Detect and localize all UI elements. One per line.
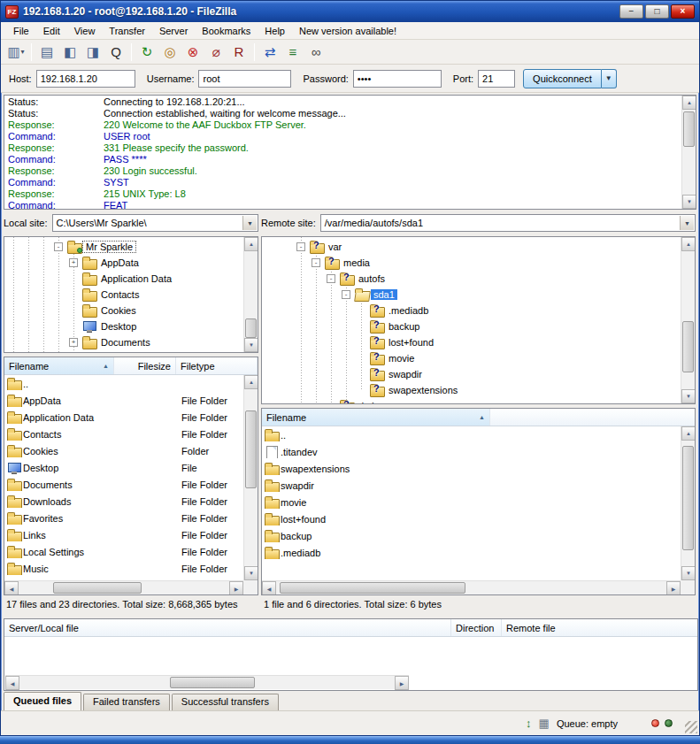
tree-item-backup[interactable]: ?backup	[262, 318, 681, 334]
tree-item-autofs[interactable]: -?autofs	[262, 271, 681, 287]
local-site-combo[interactable]: C:\Users\Mr Sparkle\ ▼	[52, 214, 258, 232]
column-header-filename[interactable]: Filename ▲	[4, 357, 114, 374]
tree-item-cookies[interactable]: Cookies	[4, 303, 243, 318]
toggle-transfer-queue-icon[interactable]: Q	[105, 42, 127, 62]
file-row-movie[interactable]: movie	[262, 494, 681, 510]
column-header-filesize[interactable]: Filesize	[114, 357, 176, 374]
remote-list-scrollbar-horizontal[interactable]: ◀ ▶	[262, 580, 681, 594]
column-header-server-local-file[interactable]: Server/Local file	[4, 619, 451, 636]
file-row-swapextensions[interactable]: swapextensions	[262, 460, 681, 477]
tree-item-contacts[interactable]: Contacts	[4, 287, 243, 303]
tab-successful-transfers[interactable]: Successful transfers	[172, 694, 279, 710]
file-row-favorites[interactable]: FavoritesFile Folder	[4, 510, 243, 526]
scroll-thumb[interactable]	[245, 318, 257, 338]
menu-item-server[interactable]: Server	[152, 24, 195, 38]
tree-item-desktop[interactable]: Desktop	[4, 318, 243, 334]
combo-dropdown-icon[interactable]: ▼	[680, 216, 694, 230]
scroll-down-icon[interactable]: ▼	[682, 195, 696, 209]
scroll-left-icon[interactable]: ◀	[262, 581, 276, 595]
scroll-thumb[interactable]	[245, 410, 257, 488]
tree-item-sda1[interactable]: -sda1	[262, 287, 681, 303]
file-row-music[interactable]: MusicFile Folder	[4, 560, 243, 577]
username-input[interactable]	[198, 70, 291, 88]
collapse-icon[interactable]: -	[312, 258, 320, 267]
file-row-contacts[interactable]: ContactsFile Folder	[4, 426, 243, 442]
tree-item-movie[interactable]: ?movie	[262, 350, 681, 366]
file-row-downloads[interactable]: DownloadsFile Folder	[4, 493, 243, 510]
tree-item-swapextensions[interactable]: ?swapextensions	[262, 382, 681, 398]
speed-limits-icon[interactable]: ▦	[539, 717, 550, 730]
tree-item-swapdir[interactable]: ?swapdir	[262, 366, 681, 382]
quickconnect-dropdown-icon[interactable]: ▼	[602, 69, 617, 88]
scroll-up-icon[interactable]: ▲	[681, 426, 696, 441]
cancel-icon[interactable]: ⊗	[182, 42, 204, 62]
file-row-titandev[interactable]: .titandev	[262, 443, 681, 460]
tree-item-mr-sparkle[interactable]: -Mr Sparkle	[4, 239, 243, 255]
port-input[interactable]	[478, 70, 515, 88]
minimize-button[interactable]: −	[619, 4, 643, 19]
remote-list-scrollbar-vertical[interactable]: ▲ ▼	[681, 426, 695, 580]
remote-tree-scrollbar[interactable]: ▲ ▼	[681, 237, 695, 403]
file-row-application-data[interactable]: Application DataFile Folder	[4, 409, 243, 426]
menu-item-view[interactable]: View	[67, 24, 103, 38]
collapse-icon[interactable]: -	[54, 242, 63, 251]
close-button[interactable]: ×	[671, 4, 695, 19]
local-list-scrollbar-horizontal[interactable]: ◀ ▶	[4, 580, 243, 594]
scroll-thumb[interactable]	[682, 321, 694, 372]
file-row-lost-found[interactable]: lost+found	[262, 510, 681, 527]
column-header-remote-file[interactable]: Remote file	[502, 619, 697, 636]
scroll-up-icon[interactable]: ▲	[681, 237, 696, 251]
file-row-backup[interactable]: backup	[262, 527, 681, 544]
tree-item-media[interactable]: -?media	[262, 255, 681, 271]
file-row-up[interactable]: ..	[262, 426, 681, 443]
menu-item-help[interactable]: Help	[258, 24, 292, 38]
file-row-links[interactable]: LinksFile Folder	[4, 526, 243, 543]
toggle-message-log-icon[interactable]: ▤	[36, 42, 58, 62]
column-header-filetype[interactable]: Filetype	[176, 357, 258, 374]
tree-item-var[interactable]: -?var	[262, 239, 681, 255]
file-row-appdata[interactable]: AppDataFile Folder	[4, 392, 243, 409]
scroll-right-icon[interactable]: ▶	[666, 581, 681, 595]
scroll-down-icon[interactable]: ▼	[681, 389, 696, 403]
maximize-button[interactable]: □	[645, 4, 669, 19]
process-queue-icon[interactable]: ◎	[159, 42, 181, 62]
expand-icon[interactable]: +	[69, 258, 78, 267]
file-row-swapdir[interactable]: swapdir	[262, 477, 681, 494]
file-row-cookies[interactable]: CookiesFolder	[4, 442, 243, 459]
menu-item-bookmarks[interactable]: Bookmarks	[195, 24, 258, 38]
scroll-thumb[interactable]	[53, 582, 142, 594]
local-list-scrollbar-vertical[interactable]: ▲ ▼	[243, 375, 258, 580]
column-header-direction[interactable]: Direction	[451, 619, 502, 636]
column-header-filename[interactable]: Filename ▲	[262, 409, 490, 426]
tree-item-downloads[interactable]: +Downloads	[4, 350, 243, 353]
scroll-left-icon[interactable]: ◀	[4, 581, 19, 595]
file-row-mediadb[interactable]: .mediadb	[262, 544, 681, 561]
directory-comparison-icon[interactable]: ⇄	[259, 42, 281, 62]
remote-site-combo[interactable]: /var/media/autofs/sda1 ▼	[320, 214, 696, 232]
scroll-thumb[interactable]	[170, 677, 255, 688]
scroll-up-icon[interactable]: ▲	[244, 237, 258, 251]
scroll-down-icon[interactable]: ▼	[681, 566, 696, 580]
scroll-right-icon[interactable]: ▶	[395, 676, 409, 690]
synchronized-browsing-icon[interactable]: ≡	[282, 42, 304, 62]
expand-icon[interactable]: +	[69, 338, 78, 347]
tree-item-documents[interactable]: +Documents	[4, 334, 243, 350]
tree-item-appdata[interactable]: +AppData	[4, 255, 243, 271]
tab-failed-transfers[interactable]: Failed transfers	[83, 694, 170, 710]
local-tree-scrollbar[interactable]: ▲ ▼	[243, 237, 258, 352]
tree-item-mediadb[interactable]: ?.mediadb	[262, 303, 681, 318]
scroll-up-icon[interactable]: ▲	[244, 375, 258, 389]
scroll-left-icon[interactable]: ◀	[5, 676, 19, 690]
host-input[interactable]	[36, 70, 135, 88]
file-row-desktop[interactable]: DesktopFile	[4, 459, 243, 476]
find-files-icon[interactable]: ∞	[305, 42, 327, 62]
menu-item-file[interactable]: File	[6, 24, 36, 38]
menu-item-new-version-available[interactable]: New version available!	[292, 24, 404, 38]
tree-item-application-data[interactable]: Application Data	[4, 271, 243, 287]
toggle-local-tree-icon[interactable]: ◧	[59, 42, 81, 62]
refresh-icon[interactable]: ↻	[136, 42, 158, 62]
resize-grip[interactable]	[685, 721, 697, 733]
disconnect-icon[interactable]: ⌀	[205, 42, 227, 62]
file-row-up[interactable]: ..	[4, 375, 243, 392]
collapse-icon[interactable]: -	[342, 290, 350, 299]
